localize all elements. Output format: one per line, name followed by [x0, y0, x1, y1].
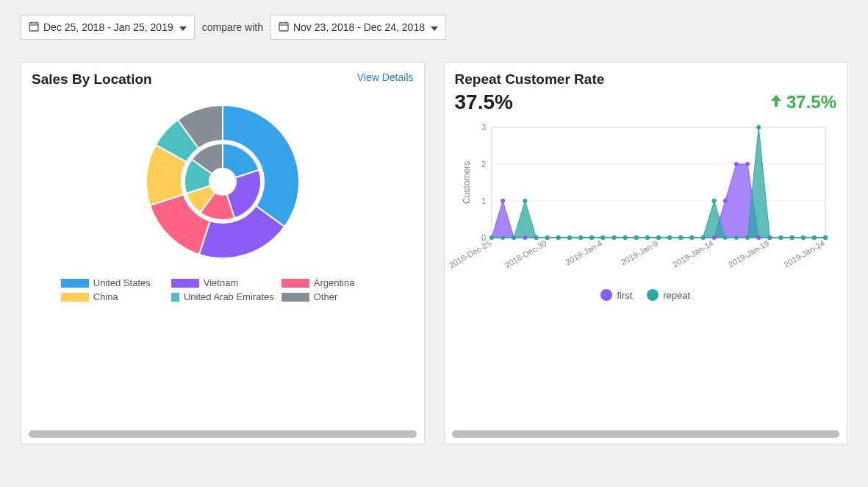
view-details-link[interactable]: View Details [357, 71, 414, 83]
svg-point-81 [768, 235, 772, 240]
svg-point-58 [512, 235, 517, 240]
svg-point-76 [712, 199, 717, 203]
svg-point-70 [645, 235, 650, 240]
svg-point-79 [745, 235, 750, 240]
legend-item[interactable]: Vietnam [171, 277, 274, 288]
legend-swatch [281, 279, 309, 288]
svg-point-65 [589, 235, 594, 240]
card-title: Repeat Customer Rate [455, 71, 605, 88]
calendar-icon [279, 21, 289, 34]
date-range-toolbar: Dec 25, 2018 - Jan 25, 2019 compare with… [21, 15, 847, 40]
svg-point-75 [701, 235, 706, 240]
horizontal-scrollbar[interactable] [452, 430, 840, 438]
legend-label: first [617, 290, 632, 301]
legend-label: United Arab Emirates [184, 291, 274, 302]
svg-point-84 [801, 235, 806, 240]
arrow-up-icon [769, 92, 783, 113]
date-range-compare-label: Nov 23, 2018 - Dec 24, 2018 [293, 21, 425, 33]
svg-text:1: 1 [481, 196, 486, 205]
legend-label: Argentina [314, 277, 355, 288]
svg-point-46 [723, 199, 728, 203]
svg-point-56 [489, 235, 494, 240]
legend-swatch [171, 293, 179, 302]
svg-rect-8 [492, 127, 825, 238]
legend-swatch [281, 293, 309, 302]
legend-label: repeat [663, 290, 690, 301]
svg-point-61 [545, 235, 550, 240]
dashboard-cards: Sales By Location View Details United St… [21, 62, 847, 444]
svg-point-77 [723, 235, 728, 240]
legend-label: Other [314, 291, 338, 302]
compare-with-label: compare with [202, 21, 263, 33]
svg-point-86 [823, 235, 828, 240]
svg-point-26 [501, 199, 505, 203]
svg-point-66 [601, 235, 606, 240]
svg-point-83 [790, 235, 795, 240]
legend-item[interactable]: Other [281, 291, 384, 302]
svg-point-57 [501, 235, 505, 240]
svg-point-60 [534, 235, 539, 240]
legend-label: China [93, 291, 118, 302]
svg-point-71 [656, 235, 661, 240]
legend-item[interactable]: United Arab Emirates [171, 291, 274, 302]
card-repeat-customer-rate: Repeat Customer Rate 37.5% 37.5% 0123Cus… [444, 62, 848, 444]
area-legend: firstrepeat [455, 289, 837, 301]
donut-chart: United StatesVietnamArgentinaChinaUnited… [32, 93, 414, 433]
legend-item[interactable]: first [600, 289, 632, 301]
date-range-compare[interactable]: Nov 23, 2018 - Dec 24, 2018 [270, 15, 446, 40]
legend-label: Vietnam [204, 277, 238, 288]
svg-point-59 [523, 199, 528, 203]
svg-point-67 [612, 235, 617, 240]
legend-swatch [61, 279, 89, 288]
legend-item[interactable]: United States [61, 277, 164, 288]
date-range-primary[interactable]: Dec 25, 2018 - Jan 25, 2019 [21, 15, 195, 40]
metric-value: 37.5% [455, 90, 513, 114]
svg-point-45 [712, 235, 717, 240]
legend-item[interactable]: China [61, 291, 164, 302]
svg-text:2019-Jan-24: 2019-Jan-24 [783, 238, 827, 269]
legend-swatch [61, 293, 89, 302]
svg-text:2018-Dec-25: 2018-Dec-25 [448, 238, 492, 269]
svg-point-72 [667, 235, 672, 240]
legend-label: United States [93, 277, 151, 288]
legend-item[interactable]: Argentina [281, 277, 384, 288]
metric-change-value: 37.5% [786, 92, 836, 113]
caret-down-icon [179, 21, 187, 33]
svg-point-68 [623, 235, 628, 240]
svg-text:2019-Jan-19: 2019-Jan-19 [727, 238, 771, 269]
card-title: Sales By Location [32, 71, 152, 88]
legend-swatch [171, 279, 199, 288]
svg-text:Customers: Customers [462, 161, 472, 204]
legend-swatch [647, 289, 659, 301]
svg-text:2019-Jan-14: 2019-Jan-14 [671, 238, 715, 269]
metric-change: 37.5% [769, 92, 836, 113]
svg-point-62 [556, 235, 561, 240]
svg-point-48 [745, 162, 750, 166]
calendar-icon [29, 21, 39, 34]
svg-point-85 [812, 235, 817, 240]
svg-text:2019-Jan-9: 2019-Jan-9 [620, 238, 659, 266]
svg-point-82 [779, 235, 783, 240]
date-range-primary-label: Dec 25, 2018 - Jan 25, 2019 [43, 21, 173, 33]
svg-text:3: 3 [481, 123, 486, 132]
svg-rect-4 [279, 23, 288, 31]
svg-point-49 [756, 235, 761, 240]
svg-rect-0 [29, 23, 38, 31]
caret-down-icon [431, 21, 438, 33]
svg-text:2019-Jan-4: 2019-Jan-4 [564, 238, 603, 266]
area-chart: 0123Customers2018-Dec-252018-Dec-302019-… [455, 120, 837, 433]
svg-point-78 [734, 235, 739, 240]
svg-point-63 [567, 235, 572, 240]
card-sales-by-location: Sales By Location View Details United St… [21, 62, 425, 444]
svg-point-74 [690, 235, 695, 240]
svg-text:2018-Dec-30: 2018-Dec-30 [503, 238, 548, 269]
legend-item[interactable]: repeat [647, 289, 690, 301]
svg-point-47 [734, 162, 739, 166]
svg-text:2: 2 [481, 160, 486, 168]
svg-point-69 [634, 235, 639, 240]
svg-point-28 [523, 235, 528, 240]
svg-point-73 [679, 235, 684, 240]
donut-legend: United StatesVietnamArgentinaChinaUnited… [61, 277, 384, 302]
horizontal-scrollbar[interactable] [29, 430, 417, 438]
svg-point-80 [756, 125, 761, 129]
